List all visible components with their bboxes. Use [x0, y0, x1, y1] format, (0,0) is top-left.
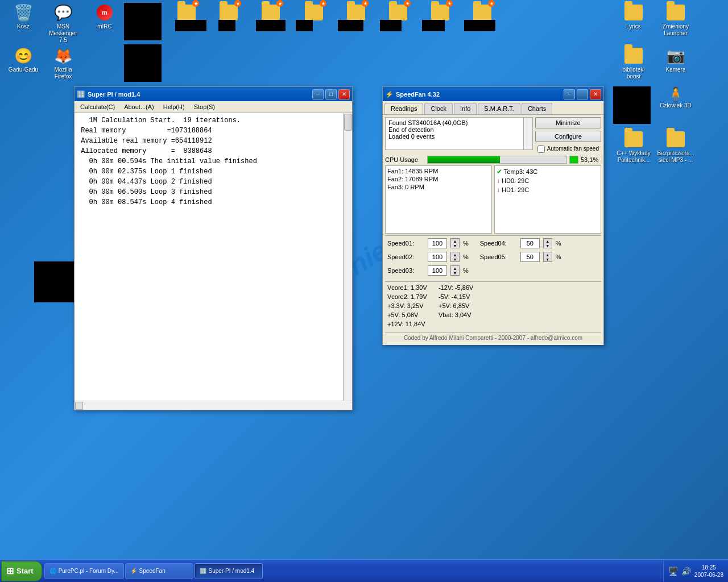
folder-icon-4: ★ — [262, 3, 280, 22]
taskbar-items: 🌐 PurePC.pl - Forum Dy... ⚡ SpeedFan 🔢 S… — [42, 560, 663, 582]
speed05-input[interactable] — [520, 252, 540, 262]
speed03-spin[interactable]: ▲ ▼ — [450, 265, 460, 276]
superpi-output: 1M Calculation Start. 19 iterations. Rea… — [77, 115, 350, 207]
tab-smart[interactable]: S.M.A.R.T. — [478, 103, 520, 114]
superpi-window: 🔢 Super PI / mod1.4 − □ ✕ Calculate(C) A… — [74, 86, 353, 410]
kamera-icon: 📷 — [667, 47, 685, 65]
folder-icon-8: ★ — [431, 3, 449, 22]
superpi-scrollbar-v[interactable] — [343, 113, 352, 401]
speed04-input[interactable] — [520, 238, 540, 248]
desktop-icon-kosz[interactable]: 🗑️ Kosz — [3, 1, 44, 32]
cpu-fill — [428, 156, 500, 163]
menu-help[interactable]: Help(H) — [160, 102, 188, 111]
vcor1-val: 1,30V — [411, 284, 427, 291]
taskbar-speedfan[interactable]: ⚡ SpeedFan — [125, 563, 193, 579]
censored-label-3 — [218, 20, 235, 31]
censored-label-4 — [256, 20, 286, 31]
menu-stop[interactable]: Stop(S) — [191, 102, 218, 111]
configure-btn[interactable]: Configure — [535, 131, 601, 142]
desktop-icon-bezp[interactable]: Bezpieczeńs... sieci MP3 - ... — [655, 128, 696, 166]
speed05-spin[interactable]: ▲ ▼ — [543, 252, 552, 262]
kosz-label: Kosz — [17, 23, 30, 30]
tab-clock[interactable]: Clock — [424, 103, 453, 114]
censored-folder-1 — [124, 3, 162, 40]
temp2-row: ↓ HD0: 29C — [497, 177, 599, 185]
speed01-input[interactable] — [428, 238, 447, 248]
superpi-maximize-btn[interactable]: □ — [325, 89, 337, 99]
systray-network-icon: 🖥️ — [668, 567, 678, 576]
auto-fan-checkbox[interactable] — [537, 146, 545, 153]
speedfan-window: ⚡ SpeedFan 4.32 − ✕ Readings Clock Info … — [382, 86, 604, 345]
vbat-label: Vbat: — [439, 311, 453, 318]
start-label: Start — [16, 567, 34, 575]
speed05-unit: % — [556, 253, 561, 260]
desktop-icon-czlowiek[interactable]: 🧍 Człowiek 3D — [655, 86, 696, 109]
speed03-input[interactable] — [428, 265, 447, 276]
speed02-unit: % — [463, 253, 469, 260]
tab-readings[interactable]: Readings — [384, 103, 423, 114]
speedfan-titlebar: ⚡ SpeedFan 4.32 − ✕ — [383, 87, 603, 101]
speed01-up[interactable]: ▲ — [451, 239, 459, 243]
speed02-spin[interactable]: ▲ ▼ — [450, 252, 460, 262]
speedfan-task-label: SpeedFan — [139, 568, 166, 574]
speed01-down[interactable]: ▼ — [451, 243, 459, 248]
speed03-label: Speed03: — [387, 267, 424, 274]
superpi-task-label: Super PI / mod1.4 — [209, 568, 255, 574]
zmieniony-icon — [667, 3, 685, 22]
speed02-input[interactable] — [428, 252, 447, 262]
desktop-icon-gadu[interactable]: 😊 Gadu-Gadu — [3, 44, 44, 76]
temp3-indicator: ↓ — [497, 186, 500, 194]
start-button[interactable]: ⊞ Start — [1, 561, 42, 581]
v12neg: -12V: -5,86V — [439, 284, 490, 291]
desktop-icon-lyrics[interactable]: Lyrics — [613, 1, 654, 32]
speedfan-minimize-btn[interactable]: − — [564, 89, 575, 99]
fan1-value: 14835 RPM — [405, 168, 438, 174]
speed02-row: Speed02: ▲ ▼ % — [387, 252, 469, 262]
desktop-icon-biblioteki[interactable]: biblioteki boost — [613, 44, 654, 82]
v5pos2: +5V: 6,85V — [439, 302, 490, 309]
v12neg-label: -12V: — [439, 284, 453, 291]
speed-rows: Speed01: ▲ ▼ % Speed02: ▲ ▼ — [387, 238, 599, 277]
v5pos2-val: 6,85V — [453, 302, 470, 309]
tab-info[interactable]: Info — [454, 103, 477, 114]
clock: 18:25 2007-06-28 — [694, 564, 723, 579]
speedfan-close-btn[interactable]: ✕ — [590, 89, 601, 99]
taskbar-superpi[interactable]: 🔢 Super PI / mod1.4 — [195, 563, 263, 579]
cpu-extra-indicator — [569, 156, 578, 164]
purepc-label: PurePC.pl - Forum Dy... — [59, 568, 119, 574]
speed04-spin[interactable]: ▲ ▼ — [543, 238, 552, 248]
superpi-minimize-btn[interactable]: − — [312, 89, 324, 99]
kosz-icon: 🗑️ — [14, 3, 32, 22]
menu-about[interactable]: About...(A) — [121, 102, 158, 111]
tab-charts[interactable]: Charts — [522, 103, 552, 114]
cpu-label: CPU Usage — [385, 156, 425, 163]
taskbar-purepc[interactable]: 🌐 PurePC.pl - Forum Dy... — [44, 563, 124, 579]
censored-label-5 — [296, 20, 313, 31]
info-scrollbar[interactable] — [523, 118, 532, 149]
speed01-spin[interactable]: ▲ ▼ — [450, 238, 460, 248]
speedfan-task-icon: ⚡ — [130, 568, 137, 574]
superpi-scrollbar-h[interactable] — [75, 401, 352, 410]
superpi-title-text: Super PI / mod1.4 — [86, 91, 311, 98]
superpi-close-btn[interactable]: ✕ — [338, 89, 350, 99]
desktop-icon-kamera[interactable]: 📷 Kamera — [655, 44, 696, 76]
desktop-icon-mirc[interactable]: m mIRC — [84, 1, 125, 32]
speed05-label: Speed05: — [480, 253, 517, 260]
vbat-val: 3,04V — [455, 311, 471, 318]
czlowiek-label: Człowiek 3D — [660, 102, 692, 109]
speedfan-tabs: Readings Clock Info S.M.A.R.T. Charts — [383, 101, 603, 115]
speed-right: Speed04: ▲ ▼ % Speed05: ▲ ▼ — [480, 238, 561, 277]
menu-calculate[interactable]: Calculate(C) — [77, 102, 118, 111]
volt-row-4: +5V: 5,08V Vbat: 3,04V — [387, 311, 599, 318]
speed04-unit: % — [556, 240, 561, 247]
desktop-icon-msn[interactable]: 💬 MSN Messenger 7.5 — [43, 1, 84, 46]
volt-row-5: +12V: 11,84V — [387, 321, 599, 327]
speed04-row: Speed04: ▲ ▼ % — [480, 238, 561, 248]
desktop-icon-zmieniony[interactable]: Zmieniony Launcher — [655, 1, 696, 39]
desktop-icon-firefox[interactable]: 🦊 Mozilla Firefox — [43, 44, 84, 82]
desktop-icon-cpp[interactable]: C++ Wykłady Politechnik... — [613, 128, 654, 166]
volt-row-2: Vcore2: 1,79V -5V: -4,15V — [387, 293, 599, 300]
speedfan-maximize-btn[interactable] — [577, 89, 588, 99]
temp2-label: HD0: — [502, 177, 516, 184]
minimize-btn[interactable]: Minimize — [535, 117, 601, 128]
